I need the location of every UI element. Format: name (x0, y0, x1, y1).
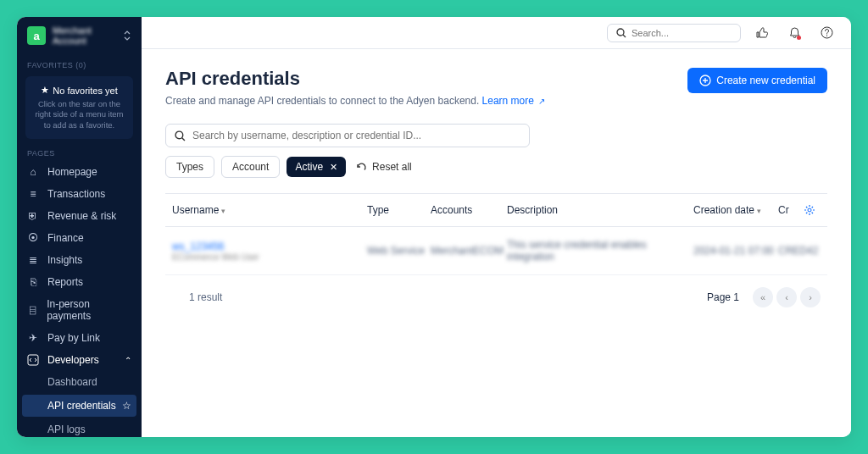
plus-circle-icon (699, 75, 711, 86)
home-icon: ⌂ (27, 166, 39, 178)
nav-label: In-person payments (47, 298, 131, 322)
chart-icon: ≣ (27, 254, 39, 266)
nav-developers[interactable]: Developers ⌃ (17, 349, 142, 371)
page-next-button[interactable]: › (800, 287, 821, 307)
nav-transactions[interactable]: ≡Transactions (17, 183, 142, 205)
nav-label: Finance (47, 232, 84, 244)
sort-desc-icon: ▾ (757, 207, 761, 215)
logo-icon: a (27, 26, 46, 45)
nav-paybylink[interactable]: ✈Pay by Link (17, 327, 142, 349)
list-icon: ≡ (27, 188, 39, 200)
svg-point-4 (175, 131, 183, 139)
col-creation[interactable]: Creation date▾ (693, 204, 778, 216)
row-creation: 2024-01-21 07:00 (693, 245, 778, 257)
nav-label: Transactions (47, 188, 105, 200)
row-accounts: MerchantECOM (431, 245, 507, 257)
col-cr[interactable]: Cr (778, 204, 804, 216)
shield-icon: ⛨ (27, 210, 39, 222)
table-row[interactable]: ws_123456 ECommerce Web User Web Service… (165, 227, 827, 275)
nav-finance[interactable]: ⦿Finance (17, 227, 142, 249)
table-footer: 1 result Page 1 « ‹ › (165, 275, 827, 319)
merchant-switcher-icon[interactable] (123, 30, 131, 41)
create-button-label: Create new credential (716, 75, 815, 86)
svg-point-5 (808, 208, 811, 212)
col-username[interactable]: Username▾ (172, 204, 367, 216)
help-icon[interactable] (815, 22, 837, 44)
result-count: 1 result (189, 291, 222, 303)
thumbs-up-icon[interactable] (751, 22, 773, 44)
nav-label: Pay by Link (47, 332, 100, 344)
star-outline-icon[interactable]: ☆ (122, 400, 131, 412)
create-credential-button[interactable]: Create new credential (687, 68, 827, 93)
col-description[interactable]: Description (507, 204, 693, 216)
credentials-table: Username▾ Type Accounts Description Crea… (165, 193, 827, 319)
refresh-icon (356, 162, 367, 173)
nav-sub-api-logs[interactable]: API logs (17, 418, 142, 437)
star-icon: ★ (41, 85, 49, 96)
col-label: Username (172, 204, 219, 216)
nav-inperson[interactable]: ⌸In-person payments (17, 293, 142, 327)
merchant-name[interactable]: Merchant Account (53, 25, 116, 46)
credentials-search-input[interactable] (192, 130, 520, 141)
favorites-box: ★ No favorites yet Click on the star on … (25, 76, 133, 139)
favorites-title: ★ No favorites yet (32, 85, 126, 96)
bell-icon[interactable] (783, 22, 805, 44)
filter-account-button[interactable]: Account (221, 156, 280, 178)
global-search-input[interactable] (632, 28, 732, 38)
nav-homepage[interactable]: ⌂Homepage (17, 161, 142, 183)
global-search[interactable] (607, 24, 741, 42)
reset-label: Reset all (372, 161, 412, 173)
svg-point-1 (617, 29, 624, 36)
nav-label: Homepage (47, 166, 97, 178)
col-accounts[interactable]: Accounts (431, 204, 507, 216)
nav-sub-dashboard[interactable]: Dashboard (17, 371, 142, 393)
row-description: This service credential enables integrat… (507, 239, 693, 263)
chevron-up-icon: ⌃ (125, 356, 131, 365)
gear-icon (804, 204, 821, 216)
content: API credentials Create and manage API cr… (142, 49, 851, 437)
coin-icon: ⦿ (27, 232, 39, 244)
doc-icon: ⎘ (27, 276, 39, 288)
nav-label: Revenue & risk (47, 210, 116, 222)
main: API credentials Create and manage API cr… (142, 17, 851, 437)
notification-dot (797, 36, 801, 40)
page-first-button[interactable]: « (753, 287, 773, 307)
sidebar: a Merchant Account Favorites (0) ★ No fa… (17, 17, 142, 437)
row-username-sub: ECommerce Web User (172, 252, 367, 262)
nav-insights[interactable]: ≣Insights (17, 249, 142, 271)
row-type: Web Service (367, 245, 431, 257)
pages-label: Pages (17, 142, 142, 161)
external-link-icon: ↗ (538, 97, 545, 106)
terminal-icon: ⌸ (27, 304, 38, 316)
send-icon: ✈ (27, 332, 39, 344)
learn-more-link[interactable]: Learn more (482, 95, 534, 107)
sub-label: API credentials (47, 400, 116, 412)
sort-icon: ▾ (221, 207, 225, 215)
filter-active-chip[interactable]: Active ✕ (287, 157, 346, 177)
sub-label: Dashboard (47, 376, 97, 388)
chip-label: Active (295, 161, 323, 173)
sidebar-header: a Merchant Account (17, 17, 142, 54)
nav-list: ⌂Homepage ≡Transactions ⛨Revenue & risk … (17, 161, 142, 437)
nav-reports[interactable]: ⎘Reports (17, 271, 142, 293)
reset-filters-button[interactable]: Reset all (356, 161, 412, 173)
table-settings-button[interactable] (804, 204, 821, 216)
filter-types-button[interactable]: Types (165, 156, 214, 178)
favorites-hint: Click on the star on the right side of a… (32, 99, 126, 130)
credentials-search[interactable] (165, 124, 530, 147)
col-type[interactable]: Type (367, 204, 431, 216)
page-indicator: Page 1 (707, 291, 739, 303)
row-username[interactable]: ws_123456 (172, 241, 367, 252)
favorites-title-text: No favorites yet (53, 86, 117, 96)
topbar (142, 17, 851, 49)
page-title: API credentials (165, 68, 545, 90)
row-cr: CRED42 (778, 245, 804, 257)
nav-sub-api-credentials[interactable]: API credentials☆ (22, 395, 136, 417)
page-prev-button[interactable]: ‹ (776, 287, 797, 307)
close-icon[interactable]: ✕ (330, 162, 337, 173)
nav-revenue-risk[interactable]: ⛨Revenue & risk (17, 205, 142, 227)
sub-label: API logs (47, 424, 86, 435)
search-icon (175, 130, 186, 141)
page-description: Create and manage API credentials to con… (165, 95, 545, 107)
col-label: Creation date (693, 204, 754, 216)
